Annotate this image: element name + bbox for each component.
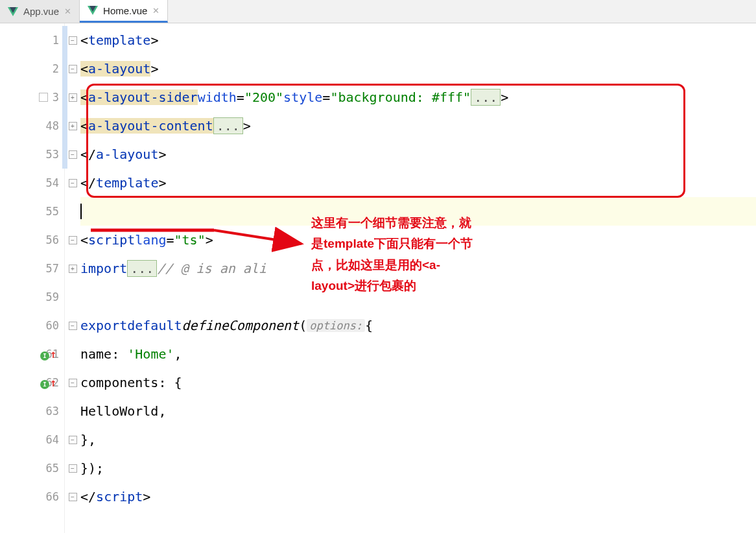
change-marker: [62, 83, 67, 112]
code-line[interactable]: <a-layout>: [80, 54, 756, 83]
fold-toggle[interactable]: −: [69, 150, 77, 159]
code-line[interactable]: <a-layout-content...>: [80, 112, 756, 140]
line-number: 63: [0, 397, 64, 425]
line-number: 60: [0, 311, 64, 340]
line-number: 3: [0, 83, 64, 112]
fold-toggle[interactable]: −: [69, 322, 77, 330]
line-number: 54: [0, 169, 64, 197]
folded-region[interactable]: ...: [127, 260, 157, 277]
code-line[interactable]: </a-layout>: [80, 140, 756, 169]
fold-toggle[interactable]: +: [69, 93, 77, 102]
editor: 1 2 3 48 53 54 55 56 57 59 60 I↑61 I↑62 …: [0, 23, 756, 533]
change-marker: [62, 140, 67, 169]
line-number: 2: [0, 54, 64, 83]
change-marker: [62, 54, 67, 83]
code-area[interactable]: <template> <a-layout> <a-layout-sider wi…: [80, 23, 756, 533]
line-number: I↑62: [0, 368, 64, 397]
fold-toggle[interactable]: −: [69, 179, 77, 187]
line-number: 1: [0, 26, 64, 54]
change-marker: [62, 112, 67, 140]
fold-toggle[interactable]: −: [69, 379, 77, 387]
code-line-current[interactable]: [80, 197, 756, 226]
vue-icon: [88, 6, 98, 15]
line-number: 55: [0, 197, 64, 226]
inlay-indicator-icon[interactable]: I: [40, 351, 49, 361]
line-number: 57: [0, 254, 64, 283]
fold-toggle[interactable]: −: [69, 464, 77, 473]
fold-toggle[interactable]: +: [69, 122, 77, 130]
line-number: 65: [0, 454, 64, 482]
close-icon[interactable]: ✕: [64, 6, 71, 16]
code-line[interactable]: <a-layout-sider width="200" style="backg…: [80, 83, 756, 112]
change-marker: [62, 26, 67, 54]
fold-toggle[interactable]: −: [69, 236, 77, 244]
line-number-gutter: 1 2 3 48 53 54 55 56 57 59 60 I↑61 I↑62 …: [0, 23, 65, 533]
vue-icon: [8, 7, 18, 16]
close-icon[interactable]: ✕: [152, 6, 159, 16]
code-line[interactable]: </script>: [80, 482, 756, 511]
line-number: 48: [0, 112, 64, 140]
code-line[interactable]: HelloWorld,: [80, 397, 756, 425]
line-number: 59: [0, 283, 64, 311]
code-line[interactable]: [80, 283, 756, 311]
tab-home-vue[interactable]: Home.vue ✕: [80, 0, 168, 23]
code-line[interactable]: },: [80, 425, 756, 454]
text-caret: [80, 204, 82, 219]
fold-toggle[interactable]: −: [69, 65, 77, 73]
fold-toggle[interactable]: −: [69, 436, 77, 444]
breakpoint-slot[interactable]: [39, 93, 48, 102]
fold-toggle[interactable]: +: [69, 265, 77, 273]
arrow-up-icon: ↑: [50, 376, 56, 389]
code-line[interactable]: export default defineComponent( options:…: [80, 311, 756, 340]
code-line[interactable]: <template>: [80, 26, 756, 54]
tab-app-vue[interactable]: App.vue ✕: [0, 0, 80, 23]
line-number: 66: [0, 482, 64, 511]
code-line[interactable]: import ... // @ is an ali: [80, 254, 756, 283]
code-line[interactable]: components: {: [80, 368, 756, 397]
folded-region[interactable]: ...: [471, 89, 501, 106]
line-number: 64: [0, 425, 64, 454]
arrow-up-icon: ↑: [50, 348, 56, 361]
inlay-indicator-icon[interactable]: I: [40, 380, 49, 389]
code-line[interactable]: </template>: [80, 169, 756, 197]
folded-region[interactable]: ...: [213, 117, 243, 134]
line-number: 56: [0, 226, 64, 254]
line-number: I↑61: [0, 340, 64, 368]
inlay-hint: options:: [307, 319, 365, 332]
code-line[interactable]: });: [80, 454, 756, 482]
tab-label: App.vue: [23, 6, 59, 17]
fold-toggle[interactable]: −: [69, 493, 77, 501]
tab-label: Home.vue: [103, 5, 147, 16]
line-number: 53: [0, 140, 64, 169]
code-line[interactable]: <script lang="ts">: [80, 226, 756, 254]
tab-bar: App.vue ✕ Home.vue ✕: [0, 0, 756, 23]
fold-toggle[interactable]: −: [69, 36, 77, 45]
code-line[interactable]: name: 'Home',: [80, 340, 756, 368]
